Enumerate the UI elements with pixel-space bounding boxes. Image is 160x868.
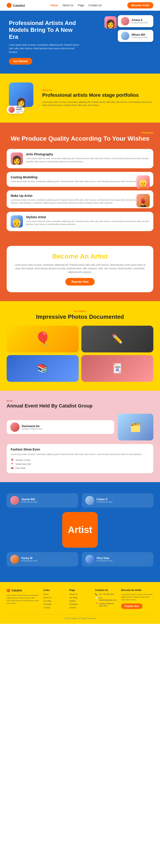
artist1-info: Ariana S Professional Artist <box>131 19 148 24</box>
nav-cta-button[interactable]: Become Artist <box>127 2 153 8</box>
event-tag: Event <box>7 400 153 402</box>
event-name: Fashion Show Even <box>11 447 149 451</box>
nav-about[interactable]: About Us <box>63 4 73 7</box>
footer-contact-col: Contact Us 📞 +62 756 886 854 ✉️ Cat. Cat… <box>95 589 117 610</box>
footer-page-4[interactable]: Portofolio <box>69 603 91 606</box>
about-body: Lorem ipsum dolor sit amet, consectetur … <box>42 100 153 107</box>
about-overlay-name: Joviallian Smith <box>16 106 25 110</box>
footer-become-button[interactable]: Register Now <box>121 603 143 609</box>
artist2-name: Wilson Bill <box>131 33 148 36</box>
artist-card-3: Fanny W Professional Artist <box>7 552 78 566</box>
footer-grid: Catalist Lorem ipsum dolor sit amet, con… <box>7 589 153 610</box>
nav-links: Home About Us Page Contact Us <box>51 4 102 7</box>
service-3-content: Make Up Artist Lorem ipsum dolor sit ame… <box>11 194 149 205</box>
phone-icon: 📞 <box>95 593 97 595</box>
footer-contact-email: ✉️ Cat. Catalist@gmail.com <box>95 597 117 601</box>
production-heading: We Produce Quality According To Your Wis… <box>7 135 153 143</box>
footer-link-1[interactable]: Home <box>43 593 65 595</box>
footer-become-col: Become An Artist Lorem ipsum dolor sit a… <box>121 589 153 610</box>
footer-divider <box>7 614 153 615</box>
service-2-name: Casting Modelling <box>11 176 149 179</box>
service-3-image: 💄 <box>136 194 150 207</box>
gallery-item-4: 🃏 <box>81 355 153 382</box>
gallery-tag: Our Gallery <box>7 310 153 312</box>
become-card: Become An Artist Lorem ipsum dolor sit a… <box>7 246 153 292</box>
hero-artist-cards: Ariana S Professional Artist Wilson Bill… <box>118 15 153 42</box>
navbar: Catalist Home About Us Page Contact Us B… <box>0 0 160 11</box>
footer-page-list: About Us Our Blog Gallery Portofolio Con… <box>69 593 91 609</box>
event-top: Deomand Ge Speaker Catalist Event 🗂️ <box>7 414 153 440</box>
footer-contact-address: 📍 Catalist Street 01 New York <box>95 602 117 607</box>
event-details-card: Fashion Show Even Lorem ipsum dolor sit … <box>7 444 153 473</box>
calendar-icon: 📅 <box>11 459 14 462</box>
service-2-image: 👱 <box>136 176 150 189</box>
artist-4-name: Vilvy Gear <box>96 557 113 560</box>
artist-1-info: Jaunar Bill Professional Artist <box>21 498 37 503</box>
nav-home[interactable]: Home <box>51 4 58 7</box>
footer-brand-desc: Lorem ipsum dolor sit amet, consectetur … <box>7 594 39 605</box>
artist-3-info: Fanny W Professional Artist <box>21 557 37 562</box>
artist-4-avatar <box>85 555 94 564</box>
artist2-role: Professional Artist <box>131 36 148 38</box>
nav-contact[interactable]: Contact Us <box>88 4 102 7</box>
event-speaker-card: Deomand Ge Speaker Catalist Event <box>7 420 114 434</box>
about-overlay-info: Joviallian Smith Professional Artist <box>16 106 25 114</box>
footer-become-heading: Become An Artist <box>121 589 153 591</box>
artist-card-1: Jaunar Bill Professional Artist <box>7 493 78 507</box>
hero-small-image: 👩 <box>105 16 117 29</box>
about-tag: About Us <box>42 89 153 91</box>
event-meta: 📅 January 13 2022 📍 Studio Paris Club 🎟️… <box>11 459 149 470</box>
footer-page-heading: Page <box>69 589 91 591</box>
footer: Catalist Lorem ipsum dolor sit amet, con… <box>0 582 160 624</box>
event-heading: Annual Event Held By Catalist Group <box>7 403 153 409</box>
event-ticket: 🎟️ Free Ticket <box>11 467 149 470</box>
footer-contact-phone: 📞 +62 756 886 854 <box>95 593 117 595</box>
artist2-info: Wilson Bill Professional Artist <box>131 33 148 38</box>
footer-link-4[interactable]: Portofolio <box>43 603 65 606</box>
ticket-icon: 🎟️ <box>11 467 14 470</box>
artist-card-4: Vilvy Gear Professional Artist <box>82 552 153 566</box>
artist-1-role: Professional Artist <box>21 501 37 503</box>
footer-links-heading: Links <box>43 589 65 591</box>
hero-cta-button[interactable]: Get Started <box>9 58 32 65</box>
artist1-name: Ariana S <box>131 19 148 22</box>
event-venue: 📍 Studio Paris Club <box>11 463 149 466</box>
event-image: 🗂️ <box>118 414 153 440</box>
artist-2-info: Celazz G Professional Artist <box>96 498 113 503</box>
footer-link-3[interactable]: Our Blog <box>43 600 65 602</box>
become-cta-button[interactable]: Register Now <box>65 278 95 285</box>
footer-logo: Catalist <box>7 589 39 592</box>
service-4-name: Stylists Artist <box>26 215 149 219</box>
artists-showcase-section: Jaunar Bill Professional Artist Celazz G… <box>0 482 160 582</box>
speaker-info: Deomand Ge Speaker Catalist Event <box>22 425 42 430</box>
about-image-block: 👩 Joviallian Smith Professional Artist <box>7 83 36 114</box>
footer-links-col: Links Home About Us Our Blog Portofolio … <box>43 589 65 610</box>
footer-page-1[interactable]: About Us <box>69 593 91 595</box>
nav-page[interactable]: Page <box>78 4 84 7</box>
artist-2-name: Celazz G <box>96 498 113 501</box>
service-4-desc: Lorem ipsum dolor sit amet, consectetur … <box>26 220 149 226</box>
event-section: Event Annual Event Held By Catalist Grou… <box>0 391 160 482</box>
become-body: Lorem ipsum dolor sit amet, consectetur … <box>13 263 147 274</box>
artist-2-avatar <box>85 496 94 505</box>
footer-page-2[interactable]: Our Blog <box>69 596 91 599</box>
artist-card-2: Celazz G Professional Artist <box>82 493 153 507</box>
about-overlay-role: Professional Artist <box>16 110 25 114</box>
footer-link-5[interactable]: Contact <box>43 607 65 609</box>
service-card-2: Casting Modelling Lorem ipsum dolor sit … <box>7 172 153 187</box>
site-logo[interactable]: Catalist <box>7 3 25 8</box>
service-4-icon: 👴 <box>11 215 23 227</box>
artist-2-role: Professional Artist <box>96 501 113 503</box>
footer-page-3[interactable]: Gallery <box>69 600 91 602</box>
speaker-name: Deomand Ge <box>22 425 42 428</box>
footer-link-2[interactable]: About Us <box>43 596 65 599</box>
footer-contact-heading: Contact Us <box>95 589 117 591</box>
footer-logo-text: Catalist <box>11 589 22 592</box>
footer-page-5[interactable]: Contact <box>69 607 91 609</box>
gallery-item-3: 📚 <box>7 355 79 382</box>
address-icon: 📍 <box>95 602 97 605</box>
artists-top-grid: Jaunar Bill Professional Artist Celazz G… <box>7 493 153 507</box>
service-3-desc: Lorem ipsum dolor sit amet, consectetur … <box>11 198 149 205</box>
production-tag: Production <box>7 131 153 134</box>
hero-artist-card-2: Wilson Bill Professional Artist <box>118 30 153 42</box>
